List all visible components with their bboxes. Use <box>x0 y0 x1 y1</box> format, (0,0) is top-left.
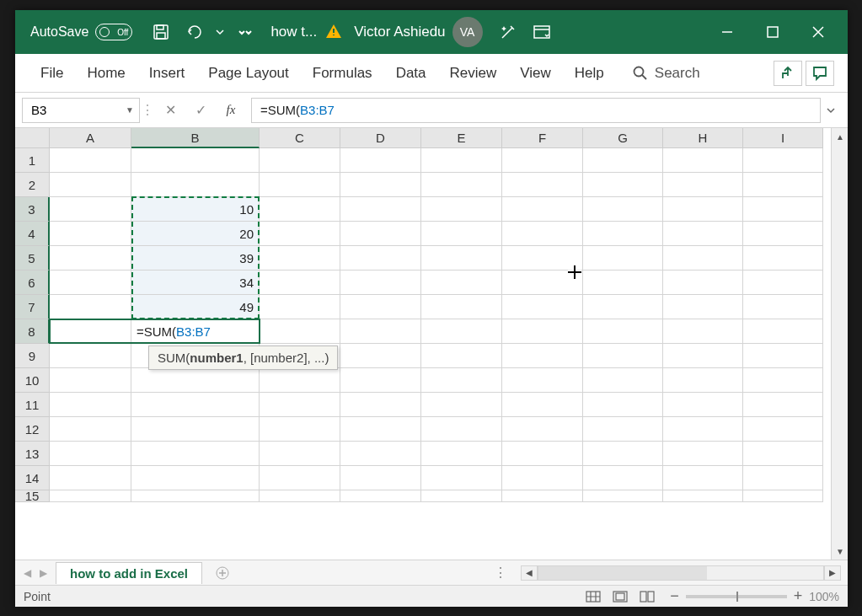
cell[interactable] <box>50 148 131 173</box>
cell[interactable]: 34 <box>131 271 260 295</box>
cell[interactable] <box>743 148 823 173</box>
tab-file[interactable]: File <box>29 58 75 88</box>
cell[interactable] <box>421 368 502 393</box>
column-header[interactable]: C <box>260 128 340 148</box>
sheet-options-icon[interactable]: ⋮ <box>487 565 514 581</box>
cell[interactable] <box>583 222 663 246</box>
cell[interactable] <box>663 393 743 417</box>
cell[interactable] <box>502 222 583 246</box>
cell[interactable] <box>421 246 502 271</box>
cell[interactable] <box>131 466 260 490</box>
cell[interactable] <box>131 368 260 393</box>
cell[interactable] <box>663 442 743 466</box>
sheet-tab[interactable]: how to add in Excel <box>56 562 202 584</box>
cell[interactable] <box>663 148 743 173</box>
cell[interactable] <box>502 466 583 490</box>
cell[interactable] <box>583 271 663 295</box>
cell[interactable] <box>583 344 663 368</box>
cell[interactable] <box>340 344 421 368</box>
cell[interactable] <box>421 393 502 417</box>
row-header[interactable]: 8 <box>15 319 50 344</box>
cell[interactable] <box>340 368 421 393</box>
cell[interactable] <box>421 466 502 490</box>
maximize-button[interactable] <box>750 10 795 54</box>
cell[interactable] <box>743 368 823 393</box>
cell[interactable] <box>663 417 743 442</box>
cell[interactable] <box>260 173 340 197</box>
cell[interactable] <box>421 271 502 295</box>
cell[interactable] <box>583 442 663 466</box>
cell[interactable] <box>743 490 823 502</box>
zoom-level[interactable]: 100% <box>809 590 839 603</box>
undo-dropdown-icon[interactable] <box>211 10 228 54</box>
column-header[interactable]: A <box>50 128 131 148</box>
row-header[interactable]: 5 <box>15 246 50 271</box>
select-all-corner[interactable] <box>15 128 50 148</box>
cell[interactable]: 39 <box>131 246 260 271</box>
cell[interactable] <box>50 466 131 490</box>
cell[interactable] <box>131 490 260 502</box>
cell[interactable] <box>663 197 743 222</box>
cell[interactable] <box>340 319 421 344</box>
column-header[interactable]: I <box>743 128 823 148</box>
cell[interactable] <box>131 148 260 173</box>
cancel-formula-button[interactable]: ✕ <box>155 98 185 123</box>
column-header[interactable]: B <box>131 128 260 148</box>
cell[interactable] <box>743 246 823 271</box>
cell[interactable] <box>583 148 663 173</box>
cell[interactable] <box>50 393 131 417</box>
cell[interactable] <box>340 173 421 197</box>
cell[interactable] <box>663 173 743 197</box>
chevron-down-icon[interactable]: ▼ <box>126 105 134 115</box>
cell[interactable] <box>50 197 131 222</box>
cell[interactable] <box>583 393 663 417</box>
tab-page-layout[interactable]: Page Layout <box>196 58 300 88</box>
page-layout-view-icon[interactable] <box>608 588 633 605</box>
cell[interactable] <box>502 393 583 417</box>
cell[interactable] <box>743 222 823 246</box>
row-header[interactable]: 12 <box>15 417 50 442</box>
insert-function-button[interactable]: fx <box>216 98 246 123</box>
scroll-down-icon[interactable]: ▼ <box>832 543 848 560</box>
tab-review[interactable]: Review <box>438 58 509 88</box>
cell[interactable] <box>663 319 743 344</box>
row-header[interactable]: 1 <box>15 148 50 173</box>
tab-insert[interactable]: Insert <box>137 58 197 88</box>
zoom-in-button[interactable]: + <box>794 587 803 605</box>
cell[interactable] <box>260 368 340 393</box>
confirm-formula-button[interactable]: ✓ <box>185 98 216 123</box>
cell[interactable] <box>260 246 340 271</box>
cell[interactable] <box>583 246 663 271</box>
row-header[interactable]: 15 <box>15 490 50 502</box>
cell[interactable] <box>421 490 502 502</box>
cell[interactable] <box>502 442 583 466</box>
cell[interactable] <box>50 173 131 197</box>
cell[interactable] <box>340 148 421 173</box>
cell[interactable] <box>50 271 131 295</box>
cell[interactable] <box>50 319 131 344</box>
column-header[interactable]: F <box>502 128 583 148</box>
cell[interactable] <box>502 490 583 502</box>
prev-sheet-icon[interactable]: ◀ <box>24 567 31 579</box>
cell[interactable] <box>50 344 131 368</box>
cell[interactable] <box>743 466 823 490</box>
cell[interactable] <box>743 393 823 417</box>
cell[interactable] <box>421 222 502 246</box>
cell[interactable] <box>260 490 340 502</box>
tab-formulas[interactable]: Formulas <box>301 58 384 88</box>
cell[interactable] <box>502 417 583 442</box>
row-header[interactable]: 4 <box>15 222 50 246</box>
row-header[interactable]: 10 <box>15 368 50 393</box>
minimize-button[interactable] <box>704 10 750 54</box>
share-button[interactable] <box>774 61 802 86</box>
cell[interactable] <box>260 442 340 466</box>
ribbon-mode-icon[interactable] <box>525 10 559 54</box>
cell[interactable] <box>50 246 131 271</box>
cell[interactable] <box>743 197 823 222</box>
cell[interactable] <box>663 222 743 246</box>
cell[interactable] <box>260 466 340 490</box>
cell[interactable] <box>131 173 260 197</box>
cell[interactable] <box>340 442 421 466</box>
row-header[interactable]: 14 <box>15 466 50 490</box>
scroll-right-icon[interactable]: ▶ <box>824 565 841 581</box>
